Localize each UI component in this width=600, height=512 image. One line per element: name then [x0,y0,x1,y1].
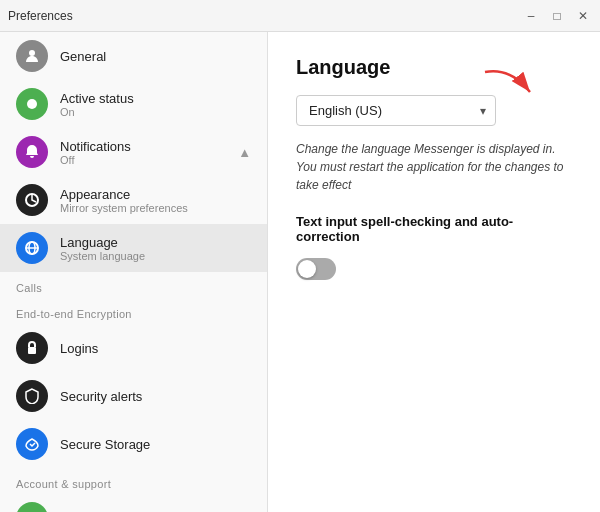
sidebar-item-active-status[interactable]: Active status On [0,80,267,128]
section-account-support: Account & support [0,468,267,494]
close-button[interactable]: ✕ [574,7,592,25]
sidebar-item-language-text: Language System language [60,235,145,262]
logins-icon [16,332,48,364]
language-icon [16,232,48,264]
sidebar-item-secure-storage-label: Secure Storage [60,437,150,452]
sidebar-item-notifications-label: Notifications [60,139,131,154]
section-calls: Calls [0,272,267,298]
minimize-button[interactable]: – [522,7,540,25]
sidebar-item-account[interactable] [0,494,267,512]
svg-point-0 [29,50,35,56]
language-select[interactable]: English (US) English (UK) Español França… [296,95,496,126]
sidebar-item-secure-storage-text: Secure Storage [60,437,150,452]
sidebar-item-language-label: Language [60,235,145,250]
sidebar-item-logins-label: Logins [60,341,98,356]
sidebar: General Active status On Notifications O… [0,32,268,512]
sidebar-item-appearance-text: Appearance Mirror system preferences [60,187,188,214]
title-bar: Preferences – □ ✕ [0,0,600,32]
content-title: Language [296,56,572,79]
content-panel: Language English (US) English (UK) Españ… [268,32,600,512]
account-icon [16,502,48,512]
sidebar-item-appearance-sub: Mirror system preferences [60,202,188,214]
notifications-arrow-icon: ▲ [238,145,251,160]
sidebar-item-security-alerts-label: Security alerts [60,389,142,404]
language-select-wrapper: English (US) English (UK) Español França… [296,95,496,126]
spell-check-title: Text input spell-checking and auto-corre… [296,214,572,244]
sidebar-item-appearance-label: Appearance [60,187,188,202]
sidebar-item-logins[interactable]: Logins [0,324,267,372]
sidebar-item-general-label: General [60,49,106,64]
language-select-container: English (US) English (UK) Español França… [296,95,496,140]
sidebar-item-security-alerts[interactable]: Security alerts [0,372,267,420]
sidebar-item-security-alerts-text: Security alerts [60,389,142,404]
sidebar-item-notifications[interactable]: Notifications Off ▲ [0,128,267,176]
maximize-button[interactable]: □ [548,7,566,25]
sidebar-item-logins-text: Logins [60,341,98,356]
notifications-icon [16,136,48,168]
sidebar-item-notifications-sub: Off [60,154,131,166]
title-bar-label: Preferences [8,9,73,23]
sidebar-item-active-status-sub: On [60,106,134,118]
section-encryption: End-to-end Encryption [0,298,267,324]
sidebar-item-language-sub: System language [60,250,145,262]
svg-point-1 [27,99,37,109]
general-icon [16,40,48,72]
sidebar-item-secure-storage[interactable]: Secure Storage [0,420,267,468]
content-description: Change the language Messenger is display… [296,140,572,194]
title-bar-controls: – □ ✕ [522,7,592,25]
sidebar-item-notifications-text: Notifications Off [60,139,131,166]
svg-rect-6 [28,347,36,354]
security-alerts-icon [16,380,48,412]
secure-storage-icon [16,428,48,460]
spell-check-toggle[interactable] [296,258,336,280]
sidebar-item-general[interactable]: General [0,32,267,80]
sidebar-item-appearance[interactable]: Appearance Mirror system preferences [0,176,267,224]
sidebar-item-active-status-label: Active status [60,91,134,106]
toggle-knob [298,260,316,278]
sidebar-item-general-text: General [60,49,106,64]
spell-check-toggle-row [296,258,572,280]
main-layout: General Active status On Notifications O… [0,32,600,512]
active-status-icon [16,88,48,120]
sidebar-item-active-status-text: Active status On [60,91,134,118]
sidebar-item-language[interactable]: Language System language [0,224,267,272]
appearance-icon [16,184,48,216]
